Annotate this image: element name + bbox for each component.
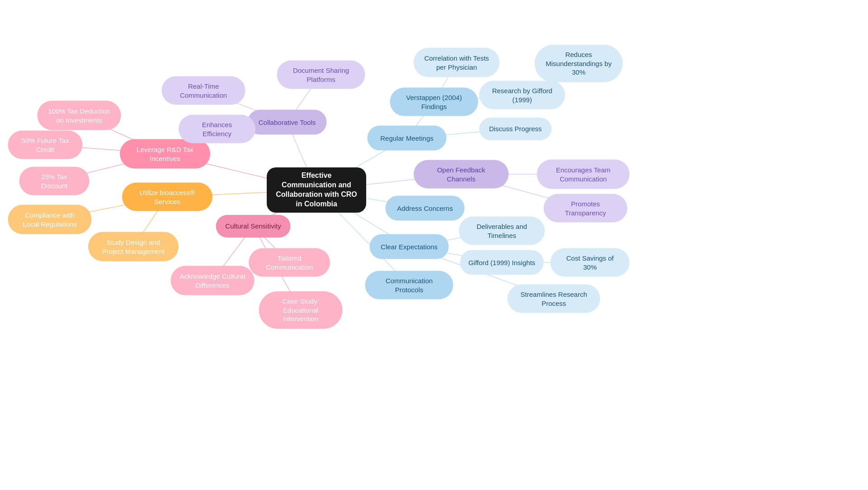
node-docsharing: Document Sharing Platforms <box>277 61 365 89</box>
node-tax25: 25% Tax Discount <box>19 167 90 195</box>
node-deliverables: Deliverables and Timelines <box>459 217 545 245</box>
node-study: Study Design and Project Management <box>88 232 179 262</box>
node-correlation: Correlation with Tests per Physician <box>414 48 500 77</box>
node-encourages: Encourages Team Communication <box>537 160 630 189</box>
node-streamlines: Streamlines Research Process <box>508 285 600 313</box>
node-center: Effective Communication and Collaboratio… <box>267 167 366 213</box>
node-discuss: Discuss Progress <box>479 118 552 140</box>
node-reduces: Reduces Misunderstandings by 30% <box>535 45 623 82</box>
node-collaborative: Collaborative Tools <box>248 110 327 135</box>
node-compliance: Compliance with Local Regulations <box>8 205 92 234</box>
node-casestudy: Case Study: Educational Intervention <box>259 291 343 329</box>
node-acknowledge: Acknowledge Cultural Differences <box>171 266 255 295</box>
node-realtime: Real-Time Communication <box>162 76 245 105</box>
node-address: Address Concerns <box>386 196 465 221</box>
node-cultural: Cultural Sensitivity <box>216 215 291 238</box>
node-utilize: Utilize bioaccess® Services <box>122 183 212 211</box>
mindmap-container: Effective Communication and Collaboratio… <box>0 0 868 490</box>
node-leverage: Leverage R&D Tax Incentives <box>120 139 210 169</box>
node-openfeedback: Open Feedback Channels <box>414 160 509 189</box>
node-gifford: Gifford (1999) Insights <box>460 250 544 275</box>
node-verstappen: Verstappen (2004) Findings <box>390 88 478 116</box>
node-research: Research by Gifford (1999) <box>479 81 565 109</box>
node-tailored: Tailored Communication <box>249 248 330 277</box>
node-tax100: 100% Tax Deduction on Investments <box>38 101 121 130</box>
node-costsavings: Cost Savings of 30% <box>551 248 630 277</box>
node-tax50: 50% Future Tax Credit <box>8 131 83 159</box>
node-clearexp: Clear Expectations <box>370 234 449 259</box>
node-enhances: Enhances Efficiency <box>179 115 255 143</box>
node-commproto: Communication Protocols <box>365 271 453 300</box>
node-promotes: Promotes Transparency <box>544 194 627 223</box>
node-regular: Regular Meetings <box>368 126 447 151</box>
